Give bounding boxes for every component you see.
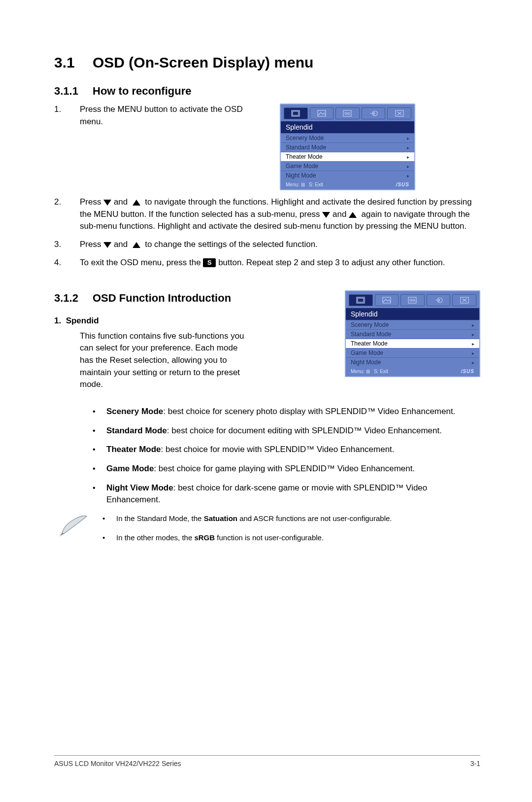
osd-item: Scenery Mode▸ — [346, 320, 479, 329]
osd-tab-exit-icon — [387, 107, 411, 119]
svg-rect-9 — [358, 298, 364, 302]
list-item: Night View Mode: best choice for dark-sc… — [93, 482, 480, 506]
mode-list: Scenery Mode: best choice for scenery ph… — [54, 406, 480, 506]
list-item: Standard Mode: best choice for document … — [93, 425, 480, 437]
chevron-right-icon: ▸ — [407, 164, 409, 169]
step-2: Press and to navigate through the functi… — [54, 196, 480, 233]
sub-number: 3.1.2 — [54, 290, 93, 306]
sub-title: OSD Function Introduction — [93, 292, 231, 304]
section-number: 3.1 — [54, 54, 93, 71]
step-4: To exit the OSD menu, press the S button… — [54, 257, 480, 269]
osd-footer: Menu: ⊞ S: Exit /SUS — [281, 180, 414, 189]
osd-tab-color-icon — [335, 107, 360, 119]
subsection-heading-1: 3.1.1How to reconfigure — [54, 85, 480, 98]
osd-item-selected: Theater Mode▸ — [346, 339, 479, 348]
osd-tab-bar — [281, 105, 414, 121]
s-button-icon: S — [203, 258, 216, 267]
asus-logo: /SUS — [461, 369, 474, 374]
svg-rect-1 — [293, 111, 299, 115]
step-list-top: Press the MENU button to activate the OS… — [54, 104, 266, 134]
page-footer: ASUS LCD Monitor VH242/VH222 Series 3-1 — [54, 755, 480, 767]
chevron-right-icon: ▸ — [472, 360, 474, 365]
subhead-spendid: 1. Spendid — [54, 315, 331, 327]
svg-point-12 — [410, 299, 412, 301]
svg-point-4 — [345, 112, 347, 114]
note-item: In the other modes, the sRGB function is… — [102, 532, 392, 543]
osd-item: Night Mode▸ — [281, 171, 414, 180]
note-block: In the Standard Mode, the Satuation and … — [54, 513, 480, 552]
osd-tab-input-icon — [427, 294, 451, 306]
step-3: Press and to change the settings of the … — [54, 239, 480, 251]
spendid-body: This function contains five sub-function… — [54, 330, 251, 391]
osd-tab-splendid-icon — [284, 107, 308, 119]
osd-item: Game Mode▸ — [346, 348, 479, 357]
osd-tab-image-icon — [375, 294, 399, 306]
step-list-rest: Press and to navigate through the functi… — [54, 196, 480, 269]
asus-logo: /SUS — [396, 182, 409, 187]
chevron-right-icon: ▸ — [407, 136, 409, 141]
sub-number: 3.1.1 — [54, 85, 93, 98]
list-item: Theater Mode: best choice for movie with… — [93, 444, 480, 456]
footer-right: 3-1 — [470, 760, 480, 767]
triangle-up-icon — [349, 212, 357, 218]
osd-item: Scenery Mode▸ — [281, 133, 414, 142]
pen-icon — [59, 513, 91, 537]
note-item: In the Standard Mode, the Satuation and … — [102, 513, 392, 523]
svg-point-13 — [413, 299, 415, 301]
footer-left: ASUS LCD Monitor VH242/VH222 Series — [54, 760, 181, 767]
chevron-right-icon: ▸ — [472, 332, 474, 337]
osd-item-selected: Theater Mode▸ — [281, 152, 414, 161]
osd-item: Standard Mode▸ — [281, 142, 414, 152]
triangle-down-icon — [103, 242, 111, 248]
triangle-up-icon — [133, 242, 140, 248]
note-list: In the Standard Mode, the Satuation and … — [102, 513, 392, 552]
osd-tab-splendid-icon — [349, 294, 373, 306]
section-title: OSD (On-Screen Display) menu — [93, 54, 313, 70]
osd-item: Game Mode▸ — [281, 161, 414, 171]
chevron-right-icon: ▸ — [407, 145, 409, 150]
list-item: Scenery Mode: best choice for scenery ph… — [93, 406, 480, 418]
osd-item: Standard Mode▸ — [346, 329, 479, 339]
triangle-up-icon — [133, 200, 140, 206]
section-heading: 3.1OSD (On-Screen Display) menu — [54, 54, 480, 71]
osd-tab-image-icon — [310, 107, 334, 119]
osd-tab-exit-icon — [452, 294, 476, 306]
svg-point-5 — [348, 112, 350, 114]
osd-item: Night Mode▸ — [346, 357, 479, 367]
osd-screenshot-1: Splendid Scenery Mode▸ Standard Mode▸ Th… — [280, 104, 415, 190]
chevron-right-icon: ▸ — [472, 341, 474, 347]
triangle-down-icon — [322, 212, 330, 218]
sub-title: How to reconfigure — [93, 85, 191, 97]
osd-tab-color-icon — [400, 294, 425, 306]
chevron-right-icon: ▸ — [407, 154, 409, 160]
triangle-down-icon — [103, 200, 111, 206]
subsection-heading-2: 3.1.2OSD Function Introduction — [54, 290, 331, 306]
step-1: Press the MENU button to activate the OS… — [54, 104, 266, 128]
osd-tab-bar — [346, 291, 479, 308]
osd-title: Splendid — [281, 121, 414, 133]
chevron-right-icon: ▸ — [472, 322, 474, 328]
osd-tab-input-icon — [362, 107, 386, 119]
chevron-right-icon: ▸ — [472, 350, 474, 356]
osd-title: Splendid — [346, 308, 479, 320]
list-item: Game Mode: best choice for game playing … — [93, 463, 480, 475]
osd-footer: Menu: ⊞ S: Exit /SUS — [346, 367, 479, 376]
osd-screenshot-2: Splendid Scenery Mode▸ Standard Mode▸ Th… — [345, 290, 480, 377]
chevron-right-icon: ▸ — [407, 173, 409, 178]
